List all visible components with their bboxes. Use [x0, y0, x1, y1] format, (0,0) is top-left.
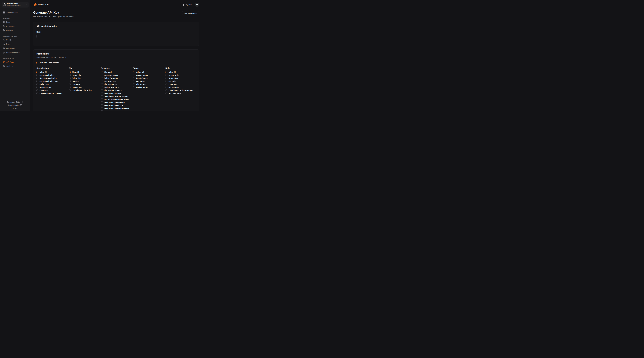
permission-checkbox[interactable]	[101, 92, 103, 94]
permission-resource-set-resource-email-whitelist[interactable]: Set Resource Email Whitelist	[101, 107, 132, 109]
permission-checkbox[interactable]	[36, 83, 38, 85]
permission-checkbox[interactable]	[101, 104, 103, 106]
permission-organization-get-organization-user[interactable]: Get Organization User	[36, 80, 67, 82]
permission-site-delete-site[interactable]: Delete Site	[69, 77, 99, 79]
permission-checkbox[interactable]	[133, 74, 135, 76]
permission-checkbox[interactable]	[166, 71, 168, 73]
permission-target-update-target[interactable]: Update Target	[133, 86, 164, 88]
permission-checkbox[interactable]	[69, 71, 70, 73]
permission-resource-set-resource-password[interactable]: Set Resource Password	[101, 101, 132, 103]
permission-checkbox[interactable]	[133, 80, 135, 82]
permission-organization-remove-user[interactable]: Remove User	[36, 86, 67, 88]
permission-checkbox[interactable]	[133, 86, 135, 88]
permission-site-allow-all[interactable]: Allow All	[69, 71, 99, 73]
permission-checkbox[interactable]	[69, 89, 70, 91]
permission-site-list-allowed-site-roles[interactable]: List Allowed Site Roles	[69, 89, 99, 91]
permission-role-allow-all[interactable]: Allow All	[166, 71, 196, 73]
org-switcher[interactable]: Organization milo@fossorial.io's ...	[2, 2, 28, 7]
permission-checkbox[interactable]	[101, 89, 103, 91]
permission-checkbox[interactable]	[133, 83, 135, 85]
permission-checkbox[interactable]	[36, 86, 38, 88]
documentation-link[interactable]: Documentation	[8, 104, 22, 106]
permission-role-add-user-role[interactable]: Add User Role	[166, 92, 196, 94]
permission-checkbox[interactable]	[101, 108, 103, 109]
permission-role-delete-role[interactable]: Delete Role	[166, 77, 196, 79]
permission-organization-update-organization[interactable]: Update Organization	[36, 77, 67, 79]
permission-site-get-site[interactable]: Get Site	[69, 80, 99, 82]
allow-all-permissions-row[interactable]: Allow All Permissions	[36, 62, 196, 64]
permission-checkbox[interactable]	[101, 71, 103, 73]
permission-checkbox[interactable]	[69, 86, 70, 88]
permission-checkbox[interactable]	[101, 80, 103, 82]
permission-checkbox[interactable]	[166, 83, 168, 85]
sidebar-item-api-keys[interactable]: API Keys	[2, 60, 28, 64]
permission-target-create-target[interactable]: Create Target	[133, 74, 164, 76]
permission-checkbox[interactable]	[101, 98, 103, 100]
permission-checkbox[interactable]	[36, 92, 38, 94]
see-all-api-keys-button[interactable]: See All API Keys	[182, 11, 199, 15]
permission-checkbox[interactable]	[36, 77, 38, 79]
avatar[interactable]: M	[195, 2, 199, 7]
sidebar-item-sites[interactable]: Sites	[2, 20, 28, 24]
permission-resource-allow-all[interactable]: Allow All	[101, 71, 132, 73]
community-edition-link[interactable]: Community Edition	[7, 101, 23, 103]
permission-resource-set-resource-pincode[interactable]: Set Resource Pincode	[101, 104, 132, 106]
permission-checkbox[interactable]	[69, 77, 70, 79]
permission-checkbox[interactable]	[133, 77, 135, 79]
permission-checkbox[interactable]	[69, 74, 70, 76]
permission-checkbox[interactable]	[101, 101, 103, 103]
permission-checkbox[interactable]	[101, 110, 103, 111]
permission-checkbox[interactable]	[133, 71, 135, 73]
permission-site-update-site[interactable]: Update Site	[69, 86, 99, 88]
permission-resource-list-allowed-resource-roles[interactable]: List Allowed Resource Roles	[101, 98, 132, 100]
permission-role-get-role[interactable]: Get Role	[166, 80, 196, 82]
name-input[interactable]	[36, 34, 105, 38]
permission-checkbox[interactable]	[166, 80, 168, 82]
permission-resource-get-resource[interactable]: Get Resource	[101, 80, 132, 82]
permission-resource-set-resource-users[interactable]: Set Resource Users	[101, 92, 132, 94]
permission-organization-get-organization[interactable]: Get Organization	[36, 74, 67, 76]
permission-checkbox[interactable]	[101, 74, 103, 76]
permission-checkbox[interactable]	[36, 89, 38, 91]
sidebar-item-roles[interactable]: Roles	[2, 42, 28, 46]
sidebar-item-invitations[interactable]: Invitations	[2, 46, 28, 50]
sidebar-item-settings[interactable]: Settings	[2, 64, 28, 68]
permission-organization-invite-user[interactable]: Invite User	[36, 83, 67, 85]
sidebar-item-domains[interactable]: Domains	[2, 28, 28, 32]
permission-checkbox[interactable]	[166, 77, 168, 79]
permission-checkbox[interactable]	[166, 86, 168, 88]
permission-resource-get-resource-email-whitelist[interactable]: Get Resource Email Whitelist	[101, 110, 132, 111]
sidebar-item-server-admin[interactable]: Server Admin	[2, 10, 28, 15]
permission-checkbox[interactable]	[166, 92, 168, 94]
permission-role-update-role[interactable]: Update Role	[166, 86, 196, 88]
permission-checkbox[interactable]	[101, 86, 103, 88]
sidebar-scrollbar-thumb[interactable]	[30, 54, 30, 56]
permission-organization-allow-all[interactable]: Allow All	[36, 71, 67, 73]
permission-organization-list-users[interactable]: List Users	[36, 89, 67, 91]
permission-role-list-allowed-role-resources[interactable]: List Allowed Role Resources	[166, 89, 196, 91]
permission-checkbox[interactable]	[36, 74, 38, 76]
permission-checkbox[interactable]	[166, 89, 168, 91]
permission-target-get-target[interactable]: Get Target	[133, 80, 164, 82]
permission-checkbox[interactable]	[166, 74, 168, 76]
permission-site-create-site[interactable]: Create Site	[69, 74, 99, 76]
permission-checkbox[interactable]	[101, 83, 103, 85]
permission-target-delete-target[interactable]: Delete Target	[133, 77, 164, 79]
permission-checkbox[interactable]	[36, 80, 38, 82]
permission-role-create-role[interactable]: Create Role	[166, 74, 196, 76]
permission-checkbox[interactable]	[69, 83, 70, 85]
permission-resource-list-resources[interactable]: List Resources	[101, 83, 132, 85]
sidebar-item-resources[interactable]: Resources	[2, 24, 28, 28]
permission-target-list-targets[interactable]: List Targets	[133, 83, 164, 85]
permission-resource-update-resource[interactable]: Update Resource	[101, 86, 132, 88]
permission-resource-create-resource[interactable]: Create Resource	[101, 74, 132, 76]
theme-toggle[interactable]: System	[182, 3, 192, 6]
sidebar-item-shareable-links[interactable]: Shareable Links	[2, 50, 28, 55]
permission-resource-set-allowed-resource-roles[interactable]: Set Allowed Resource Roles	[101, 95, 132, 97]
permission-resource-delete-resource[interactable]: Delete Resource	[101, 77, 132, 79]
sidebar-item-users[interactable]: Users	[2, 38, 28, 42]
permission-organization-list-organization-domains[interactable]: List Organization Domains	[36, 92, 67, 94]
permission-role-list-roles[interactable]: List Roles	[166, 83, 196, 85]
permission-checkbox[interactable]	[101, 77, 103, 79]
allow-all-permissions-checkbox[interactable]	[36, 62, 38, 64]
